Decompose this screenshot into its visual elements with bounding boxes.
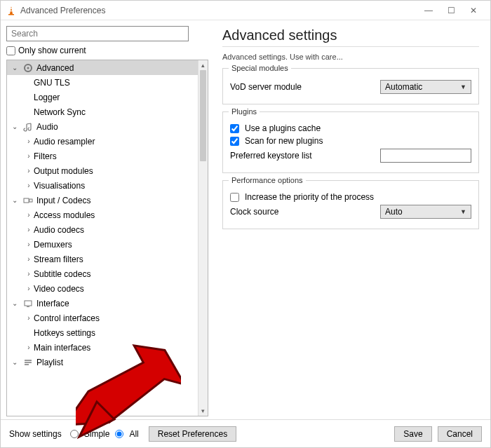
svg-rect-7: [29, 199, 32, 202]
tree-item-demuxers[interactable]: ›Demuxers: [7, 237, 198, 252]
tree-scrollbar[interactable]: ▴ ▾: [198, 60, 208, 416]
divider: [222, 46, 479, 47]
chevron-right-icon[interactable]: ›: [24, 285, 34, 292]
chevron-right-icon[interactable]: ›: [24, 226, 34, 233]
simple-radio[interactable]: [70, 430, 79, 438]
cancel-button[interactable]: Cancel: [438, 426, 482, 442]
reset-preferences-button[interactable]: Reset Preferences: [149, 426, 236, 442]
window-title: Advanced Preferences: [20, 6, 417, 15]
chevron-right-icon[interactable]: ›: [24, 167, 34, 175]
chevron-down-icon[interactable]: ⌄: [10, 358, 20, 366]
svg-rect-8: [25, 301, 32, 306]
close-button[interactable]: ✕: [462, 2, 485, 19]
search-input[interactable]: [6, 26, 189, 41]
increase-priority-label: Increase the priority of the process: [245, 192, 374, 202]
tree-item-access-modules[interactable]: ›Access modules: [7, 208, 198, 222]
increase-priority-checkbox[interactable]: [230, 193, 239, 202]
chevron-down-icon[interactable]: ⌄: [10, 196, 20, 204]
group-title: Plugins: [229, 107, 260, 116]
chevron-down-icon[interactable]: ⌄: [10, 64, 20, 72]
only-show-current-checkbox[interactable]: [6, 46, 15, 55]
simple-label: Simple: [84, 429, 110, 439]
scroll-thumb[interactable]: [200, 70, 206, 161]
chevron-right-icon[interactable]: ›: [24, 152, 34, 160]
svg-rect-1: [8, 14, 14, 15]
svg-marker-0: [10, 6, 13, 14]
tree-item-control-interfaces[interactable]: ›Control interfaces: [7, 311, 198, 325]
chevron-right-icon[interactable]: ›: [24, 182, 34, 189]
vod-server-select[interactable]: Automatic ▼: [380, 80, 471, 94]
chevron-right-icon[interactable]: ›: [24, 344, 34, 351]
all-radio[interactable]: [115, 430, 123, 438]
all-label: All: [129, 429, 138, 439]
tree-item-label: Advanced: [36, 63, 74, 73]
clock-source-select[interactable]: Auto ▼: [380, 205, 471, 219]
tree-item-stream-filters[interactable]: ›Stream filters: [7, 252, 198, 266]
chevron-right-icon[interactable]: ›: [24, 314, 34, 322]
group-performance: Performance options Increase the priorit…: [222, 180, 479, 229]
page-subtitle: Advanced settings. Use with care...: [222, 53, 479, 61]
tree-item-audio-codecs[interactable]: ›Audio codecs: [7, 222, 198, 237]
svg-rect-2: [11, 8, 13, 9]
scan-new-plugins-checkbox[interactable]: [230, 137, 239, 146]
page-title: Advanced settings: [222, 27, 479, 43]
chevron-right-icon[interactable]: ›: [24, 255, 34, 263]
chevron-right-icon[interactable]: ›: [24, 211, 34, 219]
titlebar: Advanced Preferences — ☐ ✕: [1, 1, 490, 20]
chevron-down-icon[interactable]: ⌄: [10, 123, 20, 130]
keystore-input[interactable]: [380, 149, 471, 163]
window-buttons: — ☐ ✕: [417, 2, 485, 19]
keystore-label: Preferred keystore list: [230, 151, 356, 161]
gear-icon: [22, 62, 34, 74]
playlist-icon: [22, 357, 34, 368]
minimize-button[interactable]: —: [417, 2, 440, 19]
chevron-down-icon: ▼: [460, 83, 466, 90]
chevron-right-icon[interactable]: ›: [24, 240, 34, 248]
maximize-button[interactable]: ☐: [440, 2, 462, 19]
tree-item-advanced[interactable]: ⌄ Advanced: [7, 60, 198, 75]
group-special-modules: Special modules VoD server module Automa…: [222, 68, 479, 104]
save-button[interactable]: Save: [394, 426, 431, 442]
tree-item-visualisations[interactable]: ›Visualisations: [7, 178, 198, 193]
settings-tree: ⌄ Advanced GNU TLS Logger Network Sync ⌄…: [6, 60, 208, 416]
use-plugins-cache-checkbox[interactable]: [230, 124, 239, 133]
tree-item-video-codecs[interactable]: ›Video codecs: [7, 281, 198, 296]
chevron-right-icon[interactable]: ›: [24, 270, 34, 278]
chevron-down-icon[interactable]: ⌄: [10, 299, 20, 307]
group-title: Performance options: [229, 176, 306, 184]
svg-rect-6: [24, 198, 29, 203]
group-title: Special modules: [229, 64, 291, 72]
svg-point-5: [27, 67, 29, 69]
scroll-up-icon[interactable]: ▴: [199, 60, 208, 70]
tree-item-audio[interactable]: ⌄ Audio: [7, 119, 198, 134]
audio-icon: [22, 121, 34, 133]
show-settings-label: Show settings: [9, 429, 62, 439]
tree-item-hotkeys-settings[interactable]: Hotkeys settings: [7, 325, 198, 340]
vod-label: VoD server module: [230, 82, 356, 92]
tree-item-main-interfaces[interactable]: ›Main interfaces: [7, 340, 198, 355]
footer: Show settings Simple All Reset Preferenc…: [1, 419, 490, 447]
tree-item-subtitle-codecs[interactable]: ›Subtitle codecs: [7, 266, 198, 281]
svg-rect-3: [10, 11, 13, 11]
svg-rect-9: [27, 306, 29, 307]
tree-item-playlist[interactable]: ⌄ Playlist: [7, 355, 198, 369]
scroll-down-icon[interactable]: ▾: [199, 406, 208, 416]
tree-item-filters[interactable]: ›Filters: [7, 149, 198, 163]
left-panel: Only show current ⌄ Advanced GNU TLS Log…: [1, 20, 211, 419]
chevron-right-icon[interactable]: ›: [24, 137, 34, 145]
tree-item-output-modules[interactable]: ›Output modules: [7, 163, 198, 178]
tree-item-interface[interactable]: ⌄ Interface: [7, 296, 198, 311]
select-value: Automatic: [385, 82, 422, 92]
tree-item-gnu-tls[interactable]: GNU TLS: [7, 75, 198, 90]
tree-item-audio-resampler[interactable]: ›Audio resampler: [7, 134, 198, 149]
use-plugins-cache-label: Use a plugins cache: [245, 123, 321, 133]
clock-source-label: Clock source: [230, 207, 356, 217]
select-value: Auto: [385, 207, 403, 217]
tree-item-network-sync[interactable]: Network Sync: [7, 104, 198, 119]
interface-icon: [22, 298, 34, 309]
tree-item-logger[interactable]: Logger: [7, 90, 198, 104]
only-show-current-row[interactable]: Only show current: [6, 46, 208, 55]
chevron-down-icon: ▼: [460, 208, 466, 215]
codecs-icon: [22, 195, 34, 206]
tree-item-input-codecs[interactable]: ⌄ Input / Codecs: [7, 193, 198, 208]
